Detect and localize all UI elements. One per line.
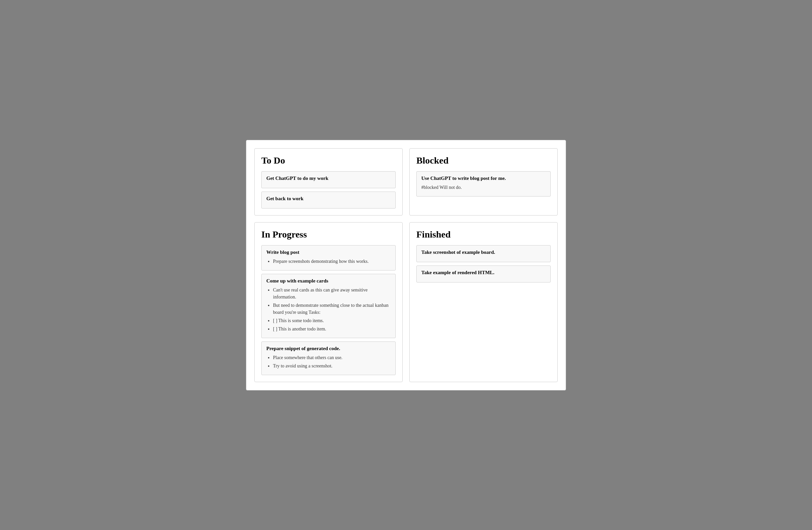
- list-item: But need to demonstrate something close …: [273, 302, 391, 316]
- card-title-inprogress-1: Write blog post: [266, 250, 391, 255]
- card-title-todo-2: Get back to work: [266, 196, 391, 202]
- card-todo-2[interactable]: Get back to work: [261, 192, 396, 208]
- list-item: [ ] This is some todo items.: [273, 317, 391, 324]
- board-grid: To DoGet ChatGPT to do my workGet back t…: [254, 148, 558, 382]
- card-title-todo-1: Get ChatGPT to do my work: [266, 176, 391, 181]
- board-container: To DoGet ChatGPT to do my workGet back t…: [246, 140, 566, 391]
- list-item: Can't use real cards as this can give aw…: [273, 286, 391, 300]
- card-inprogress-2[interactable]: Come up with example cardsCan't use real…: [261, 274, 396, 338]
- card-todo-1[interactable]: Get ChatGPT to do my work: [261, 171, 396, 188]
- column-title-blocked: Blocked: [416, 155, 551, 166]
- card-title-finished-1: Take screenshot of example board.: [421, 250, 546, 255]
- card-title-blocked-1: Use ChatGPT to write blog post for me.: [421, 176, 546, 181]
- card-body-blocked-1: #blocked Will not do.: [421, 184, 546, 191]
- column-title-todo: To Do: [261, 155, 396, 166]
- list-item: [ ] This is another todo item.: [273, 325, 391, 333]
- card-body-inprogress-2: Can't use real cards as this can give aw…: [266, 286, 391, 333]
- column-todo: To DoGet ChatGPT to do my workGet back t…: [254, 148, 403, 216]
- card-title-inprogress-3: Prepare snippet of generated code.: [266, 346, 391, 351]
- card-inprogress-1[interactable]: Write blog postPrepare screenshots demon…: [261, 245, 396, 270]
- card-finished-1[interactable]: Take screenshot of example board.: [416, 245, 551, 262]
- column-finished: FinishedTake screenshot of example board…: [409, 222, 558, 382]
- list-item: Try to avoid using a screenshot.: [273, 363, 391, 369]
- column-in-progress: In ProgressWrite blog postPrepare screen…: [254, 222, 403, 382]
- card-title-inprogress-2: Come up with example cards: [266, 278, 391, 284]
- column-title-finished: Finished: [416, 229, 551, 240]
- card-body-inprogress-3: Place somewhere that others can use.Try …: [266, 354, 391, 369]
- column-title-in-progress: In Progress: [261, 229, 396, 240]
- card-finished-2[interactable]: Take example of rendered HTML.: [416, 265, 551, 282]
- card-blocked-1[interactable]: Use ChatGPT to write blog post for me.#b…: [416, 171, 551, 196]
- card-body-inprogress-1: Prepare screenshots demonstrating how th…: [266, 258, 391, 265]
- column-blocked: BlockedUse ChatGPT to write blog post fo…: [409, 148, 558, 216]
- card-inprogress-3[interactable]: Prepare snippet of generated code.Place …: [261, 341, 396, 375]
- card-title-finished-2: Take example of rendered HTML.: [421, 270, 546, 276]
- list-item: Prepare screenshots demonstrating how th…: [273, 258, 391, 265]
- list-item: Place somewhere that others can use.: [273, 354, 391, 361]
